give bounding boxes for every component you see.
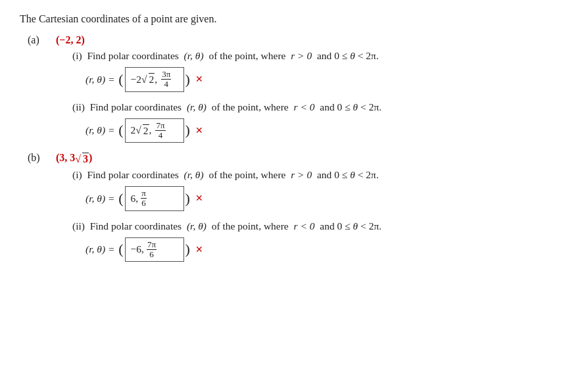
fraction-3pi-4: 3π 4 — [161, 70, 171, 89]
condition-b-ii: r < 0 — [294, 220, 315, 232]
part-b-sub-ii-title: (ii) Find polar coordinates (r, θ) of th… — [72, 220, 564, 232]
answer-row-a-i: (r, θ) = ( −2√2 , 3π 4 ) ✕ — [85, 67, 564, 92]
sqrt-2-a-ii: √2 — [135, 124, 149, 137]
cross-b-ii[interactable]: ✕ — [195, 244, 203, 255]
cross-a-i[interactable]: ✕ — [195, 74, 203, 85]
fraction-pi-6: π 6 — [141, 189, 147, 208]
part-a-sub-i-title: (i) Find polar coordinates (r, θ) of the… — [72, 50, 564, 62]
condition-a-ii: r < 0 — [294, 101, 315, 112]
close-paren-a-i: ) — [185, 72, 190, 87]
answer-label-b-i: (r, θ) = — [85, 193, 114, 205]
answer-row-b-i: (r, θ) = ( 6, π 6 ) ✕ — [85, 186, 564, 211]
cross-b-i[interactable]: ✕ — [195, 193, 203, 204]
part-a-coords: (−2, 2) — [56, 34, 85, 45]
r-theta-b-i: (r, θ) — [184, 169, 204, 180]
open-paren-b-ii: ( — [118, 242, 123, 257]
answer-box-a-i[interactable]: −2√2 , 3π 4 — [125, 67, 184, 92]
close-paren-b-i: ) — [185, 191, 190, 206]
part-a-label: (a) (−2, 2) — [20, 34, 564, 46]
part-b-letter: (b) — [20, 152, 56, 164]
answer-label-a-i: (r, θ) = — [85, 74, 114, 86]
sqrt-2-a-i: √2 — [141, 73, 155, 86]
open-paren-a-ii: ( — [118, 123, 123, 137]
answer-box-b-ii[interactable]: −6, 7π 6 — [125, 237, 184, 262]
answer-row-b-ii: (r, θ) = ( −6, 7π 6 ) ✕ — [85, 237, 564, 262]
answer-label-b-ii: (r, θ) = — [85, 243, 114, 255]
part-b-sub-i: (i) Find polar coordinates (r, θ) of the… — [72, 169, 564, 211]
answer-row-a-ii: (r, θ) = ( 2√2 , 7π 4 ) ✕ — [85, 118, 564, 143]
page-container: The Cartesian coordinates of a point are… — [20, 13, 564, 262]
part-b-point: (3, 3√3) — [56, 152, 92, 165]
close-paren-a-ii: ) — [185, 123, 190, 137]
fraction-7pi-4: 7π 4 — [155, 121, 165, 141]
answer-box-a-ii[interactable]: 2√2 , 7π 4 — [125, 118, 184, 143]
part-b-label: (b) (3, 3√3) — [20, 152, 564, 165]
sqrt-3-b: √3 — [75, 153, 89, 165]
part-a-sub-ii: (ii) Find polar coordinates (r, θ) of th… — [72, 101, 564, 143]
r-theta-a-ii: (r, θ) — [187, 101, 207, 112]
open-paren-b-i: ( — [118, 191, 123, 206]
fraction-7pi-6: 7π 6 — [147, 240, 157, 260]
part-a-point: (−2, 2) — [56, 34, 85, 46]
open-paren-a-i: ( — [118, 72, 123, 87]
answer-label-a-ii: (r, θ) = — [85, 124, 114, 136]
condition-b-i: r > 0 — [291, 169, 312, 180]
part-a-sub-ii-title: (ii) Find polar coordinates (r, θ) of th… — [72, 101, 564, 113]
part-a-letter: (a) — [20, 34, 56, 46]
close-paren-b-ii: ) — [185, 242, 190, 257]
part-b: (b) (3, 3√3) (i) Find polar coordinates … — [20, 152, 564, 262]
part-b-sub-i-title: (i) Find polar coordinates (r, θ) of the… — [72, 169, 564, 181]
part-a-sub-i: (i) Find polar coordinates (r, θ) of the… — [72, 50, 564, 92]
part-a: (a) (−2, 2) (i) Find polar coordinates (… — [20, 34, 564, 143]
r-theta-b-ii: (r, θ) — [187, 220, 207, 232]
condition-a-i: r > 0 — [291, 50, 312, 61]
r-theta-a-i: (r, θ) — [184, 50, 204, 61]
answer-box-b-i[interactable]: 6, π 6 — [125, 186, 184, 211]
part-b-sub-ii: (ii) Find polar coordinates (r, θ) of th… — [72, 220, 564, 262]
part-b-coords: (3, 3√3) — [56, 152, 92, 163]
cross-a-ii[interactable]: ✕ — [195, 125, 203, 136]
intro-text: The Cartesian coordinates of a point are… — [20, 13, 564, 25]
